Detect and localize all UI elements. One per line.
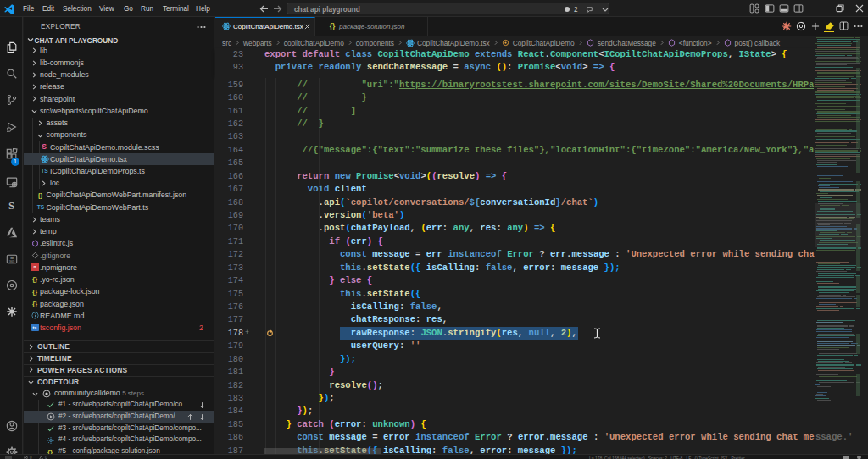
- svg-text:365: 365: [9, 260, 14, 263]
- svg-text:0: 0: [45, 456, 47, 459]
- svg-text:0: 0: [30, 456, 32, 459]
